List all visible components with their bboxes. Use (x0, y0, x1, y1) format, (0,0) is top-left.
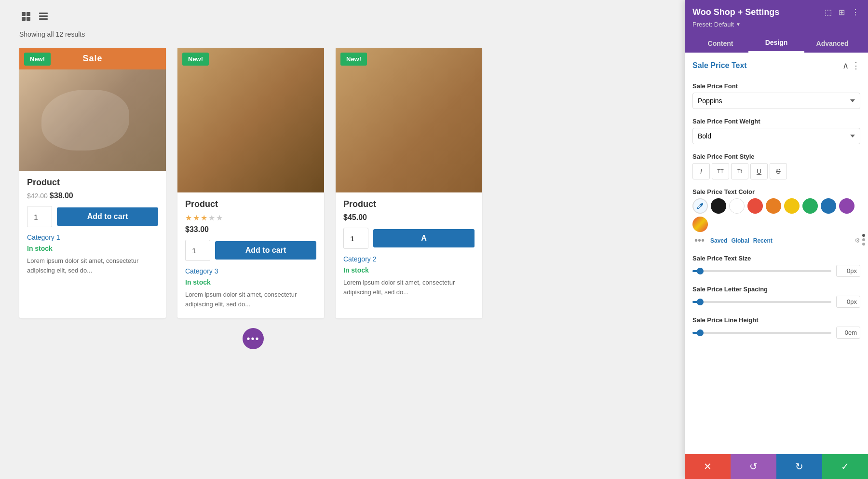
add-to-cart-row: A (336, 228, 482, 249)
redo-button[interactable]: ↻ (776, 454, 822, 479)
product-image (19, 69, 166, 171)
section-header: Sale Price Text ∧ ⋮ (692, 60, 860, 75)
star-empty: ★ (216, 213, 223, 222)
color-blue-button[interactable] (821, 198, 836, 214)
letter-spacing-slider-track (692, 301, 831, 303)
font-label: Sale Price Font (692, 82, 860, 90)
product-price: $45.00 (343, 213, 475, 222)
product-badge-new: New! (24, 53, 51, 66)
eyedropper-button[interactable] (692, 198, 708, 214)
section-menu-button[interactable]: ⋮ (852, 60, 860, 71)
product-image-wrap: Sale New! (19, 48, 166, 171)
color-black-button[interactable] (711, 198, 726, 214)
undo-button[interactable]: ↺ (731, 454, 776, 479)
product-description: Lorem ipsum dolor sit amet, consectetur … (336, 278, 482, 297)
product-title: Product (27, 178, 158, 188)
add-to-cart-button[interactable]: A (373, 229, 475, 247)
category-link[interactable]: Category 3 (185, 267, 218, 275)
category-link[interactable]: Category 1 (27, 233, 60, 241)
size-value-input[interactable]: 0px (836, 265, 860, 277)
quantity-input[interactable] (343, 228, 368, 249)
product-badge-new: New! (340, 53, 367, 66)
panel-header: Woo Shop + Settings ⬚ ⊞ ⋮ Preset: Defaul… (685, 0, 868, 53)
svg-rect-3 (27, 17, 30, 21)
tab-content[interactable]: Content (692, 34, 748, 53)
saved-colors-tab[interactable]: Saved (710, 237, 727, 244)
product-card: Sale New! Product $42.00$38.00 Add to ca… (19, 48, 166, 318)
letter-spacing-slider-row: 0px (692, 296, 860, 308)
showing-results: Showing all 12 results (19, 30, 487, 38)
line-height-value-input[interactable]: 0em (836, 327, 860, 339)
color-field: Sale Price Text Color ••• Saved Global (692, 188, 860, 246)
add-to-cart-button[interactable]: Add to cart (215, 241, 316, 260)
product-info: Product $42.00$38.00 (19, 171, 166, 200)
color-green-button[interactable] (802, 198, 818, 214)
more-options-button[interactable]: ••• (243, 328, 264, 349)
add-to-cart-row: Add to cart (19, 206, 166, 227)
quantity-input[interactable] (185, 240, 210, 261)
uppercase-button[interactable]: TT (712, 163, 729, 179)
font-style-field: Sale Price Font Style I TT Tt U S (692, 153, 860, 179)
tab-advanced[interactable]: Advanced (804, 34, 860, 53)
size-field: Sale Price Text Size 0px (692, 255, 860, 277)
size-slider-thumb[interactable] (697, 268, 704, 274)
underline-button[interactable]: U (750, 163, 768, 179)
product-title: Product (185, 199, 316, 209)
preset-arrow-icon: ▼ (736, 22, 741, 27)
recent-colors-tab[interactable]: Recent (753, 237, 773, 244)
color-purple-button[interactable] (839, 198, 854, 214)
settings-panel: Woo Shop + Settings ⬚ ⊞ ⋮ Preset: Defaul… (685, 0, 868, 479)
color-gradient-button[interactable] (692, 217, 708, 232)
letter-spacing-label: Sale Price Letter Spacing (692, 286, 860, 293)
add-to-cart-button[interactable]: Add to cart (57, 207, 158, 226)
line-height-label: Sale Price Line Height (692, 316, 860, 324)
color-picker-row (692, 198, 860, 232)
pagination-area: ••• (19, 328, 487, 349)
letter-spacing-slider-thumb[interactable] (697, 299, 704, 305)
strikethrough-button[interactable]: S (770, 163, 787, 179)
category-link[interactable]: Category 2 (343, 255, 376, 263)
price-sale: $45.00 (343, 213, 367, 221)
shop-area: Showing all 12 results Sale New! Product… (0, 0, 506, 359)
price-sale: $33.00 (185, 225, 209, 233)
expand-icon[interactable]: ⊞ (838, 7, 846, 18)
letter-spacing-value-input[interactable]: 0px (836, 296, 860, 308)
product-category: Category 3 (177, 267, 324, 275)
product-badge-new: New! (182, 53, 209, 66)
product-description: Lorem ipsum dolor sit amet, consectetur … (19, 256, 166, 275)
italic-button[interactable]: I (692, 163, 710, 179)
more-colors-icon: ••• (692, 235, 706, 246)
line-height-slider-thumb[interactable] (697, 329, 704, 336)
font-weight-select[interactable]: Bold Normal Light (692, 128, 860, 144)
svg-rect-5 (39, 15, 48, 17)
section-collapse-button[interactable]: ∧ (842, 60, 849, 71)
svg-rect-6 (39, 18, 48, 20)
scroll-indicator (862, 234, 865, 246)
color-red-button[interactable] (747, 198, 763, 214)
capitalize-button[interactable]: Tt (731, 163, 748, 179)
global-colors-tab[interactable]: Global (731, 237, 749, 244)
tab-design[interactable]: Design (748, 34, 804, 53)
svg-rect-0 (22, 12, 26, 16)
color-yellow-button[interactable] (784, 198, 800, 214)
grid-view-button[interactable] (19, 10, 33, 25)
product-image (336, 48, 482, 192)
collapse-icon[interactable]: ⬚ (824, 7, 833, 18)
list-view-button[interactable] (37, 10, 50, 25)
cancel-button[interactable]: ✕ (685, 454, 731, 479)
font-select[interactable]: Poppins Roboto Open Sans (692, 93, 860, 109)
section-title: Sale Price Text (692, 61, 747, 70)
add-to-cart-row: Add to cart (177, 240, 324, 261)
more-icon[interactable]: ⋮ (851, 7, 860, 18)
color-settings-button[interactable]: ⚙ (854, 237, 860, 244)
product-info: Product $45.00 (336, 192, 482, 222)
color-white-button[interactable] (729, 198, 745, 214)
product-category: Category 2 (336, 255, 482, 263)
star-filled: ★ (185, 213, 192, 222)
color-orange-button[interactable] (766, 198, 781, 214)
size-slider-track (692, 270, 831, 272)
line-height-slider-row: 0em (692, 327, 860, 339)
quantity-input[interactable] (27, 206, 52, 227)
size-label: Sale Price Text Size (692, 255, 860, 262)
confirm-button[interactable]: ✓ (822, 454, 868, 479)
